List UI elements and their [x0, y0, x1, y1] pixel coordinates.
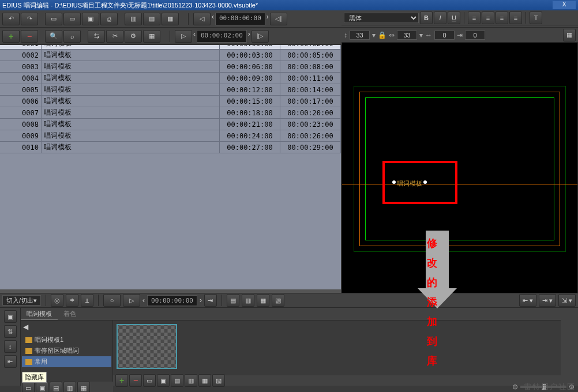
row-in-tc[interactable]: 00:00:24:00: [220, 130, 280, 141]
saveas-button[interactable]: ⎙: [100, 13, 118, 25]
open-button[interactable]: ▭: [63, 13, 81, 25]
row-text[interactable]: 唱词模板: [42, 119, 220, 130]
export-button[interactable]: ▤: [143, 13, 160, 25]
library-collapse-button[interactable]: ⇤: [4, 355, 17, 368]
row-in-tc[interactable]: 00:00:27:00: [220, 142, 280, 153]
find-button[interactable]: 🔍: [45, 30, 62, 43]
row-text[interactable]: 唱词模板: [42, 130, 220, 141]
row-in-tc[interactable]: 00:00:12:00: [220, 84, 280, 95]
table-row[interactable]: 0003唱词模板00:00:06:0000:00:08:00: [0, 61, 341, 73]
row-out-tc[interactable]: 00:00:26:00: [280, 130, 341, 141]
font-width-input[interactable]: [397, 31, 417, 40]
distribute2-button[interactable]: ⇥ ▾: [539, 294, 556, 307]
resize-handle[interactable]: [392, 180, 396, 184]
lib-btn6[interactable]: ▥: [185, 374, 197, 387]
font-size-input[interactable]: [350, 31, 370, 40]
add-button[interactable]: +: [2, 30, 20, 43]
play-button[interactable]: ▷: [175, 30, 192, 43]
play-button[interactable]: ▷: [123, 294, 140, 307]
row-in-tc[interactable]: 00:00:18:00: [220, 107, 280, 118]
row-out-tc[interactable]: 00:00:11:00: [280, 73, 341, 84]
table-row[interactable]: 0002唱词模板00:00:03:0000:00:05:00: [0, 50, 341, 61]
row-in-tc[interactable]: 00:00:21:00: [220, 119, 280, 130]
undo-button[interactable]: ↶: [2, 13, 20, 25]
table-row[interactable]: 0005唱词模板00:00:12:0000:00:14:00: [0, 84, 341, 96]
italic-button[interactable]: I: [434, 12, 446, 24]
row-out-tc[interactable]: 00:00:23:00: [280, 119, 341, 130]
align-right-button[interactable]: ≡: [496, 12, 508, 24]
close-button[interactable]: X: [553, 1, 576, 9]
new-button[interactable]: ▭: [45, 13, 62, 25]
underline-button[interactable]: U: [448, 12, 460, 24]
spacing-input[interactable]: [434, 31, 455, 40]
align-justify-button[interactable]: ≡: [509, 12, 522, 24]
tree-btn1[interactable]: ▭: [22, 382, 35, 392]
transport-timecode[interactable]: 00:00:00:00: [147, 295, 197, 306]
list-button[interactable]: ▦: [162, 13, 179, 25]
tree-btn4[interactable]: ▥: [63, 382, 76, 392]
bold-button[interactable]: B: [420, 12, 433, 24]
row-text[interactable]: 唱词模板: [42, 107, 220, 118]
kerning-input[interactable]: [465, 31, 485, 40]
lock-icon[interactable]: 🔒: [378, 31, 386, 39]
tree-item[interactable]: 带停留区域唱词: [22, 345, 111, 356]
lib-btn7[interactable]: ▦: [198, 374, 211, 387]
row-text[interactable]: 唱词模板: [42, 84, 220, 95]
table-row[interactable]: 0010唱词模板00:00:27:0000:00:29:00: [0, 142, 341, 153]
row-in-tc[interactable]: 00:00:15:00: [220, 96, 280, 107]
lib-btn8[interactable]: ▧: [212, 374, 225, 387]
row-in-tc[interactable]: 00:00:06:00: [220, 61, 280, 72]
lib-btn3[interactable]: ▭: [143, 374, 156, 387]
row-in-tc[interactable]: 00:00:09:00: [220, 73, 280, 84]
tree-collapse-icon[interactable]: ◀: [23, 323, 28, 331]
grid-button[interactable]: ▦: [143, 30, 160, 43]
row-out-tc[interactable]: 00:00:14:00: [280, 84, 341, 95]
tab-coloring[interactable]: 着色: [58, 308, 82, 320]
save-button[interactable]: ▣: [82, 13, 99, 25]
row-text[interactable]: 唱词模板: [42, 50, 220, 61]
tree-btn3[interactable]: ▤: [50, 382, 62, 392]
distribute1-button[interactable]: ⇤ ▾: [519, 294, 536, 307]
library-arrows-button[interactable]: ↕: [4, 340, 17, 353]
subtitle-text-object[interactable]: 唱词模板: [397, 179, 422, 188]
table-row[interactable]: 0009唱词模板00:00:24:0000:00:26:00: [0, 130, 341, 142]
row-out-tc[interactable]: 00:00:05:00: [280, 50, 341, 61]
template-thumbnail[interactable]: [117, 324, 177, 369]
tree-btn2[interactable]: ▣: [36, 382, 48, 392]
row-in-tc[interactable]: 00:00:03:00: [220, 50, 280, 61]
text-direction-button[interactable]: ▦: [563, 29, 576, 42]
import-button[interactable]: ▥: [125, 13, 142, 25]
transition-mode-select[interactable]: 切入/切出 ▾: [2, 295, 41, 306]
row-out-tc[interactable]: 00:00:20:00: [280, 107, 341, 118]
row-out-tc[interactable]: 00:00:29:00: [280, 142, 341, 153]
library-toggle-button[interactable]: ▣: [4, 310, 17, 323]
jump-out-button[interactable]: |▷: [252, 30, 269, 43]
sync-button[interactable]: ⇥: [204, 294, 217, 307]
merge-button[interactable]: ⇆: [88, 30, 105, 43]
lib-remove-button[interactable]: −: [129, 374, 142, 387]
distribute3-button[interactable]: ⇲ ▾: [558, 294, 576, 307]
timecode-in[interactable]: 00:00:00:00: [215, 13, 265, 25]
fx1-button[interactable]: ⫩: [66, 294, 78, 307]
align-center-button[interactable]: ≡: [482, 12, 494, 24]
table-row[interactable]: 0006唱词模板00:00:15:0000:00:17:00: [0, 96, 341, 107]
resize-handle[interactable]: [423, 180, 427, 184]
preview-canvas[interactable]: 唱词模板: [341, 28, 578, 299]
library-tree-button[interactable]: ⇅: [4, 325, 17, 338]
redo-button[interactable]: ↷: [21, 13, 38, 25]
table-row[interactable]: 0007唱词模板00:00:18:0000:00:20:00: [0, 107, 341, 119]
jump-in-button[interactable]: ◁|: [270, 13, 287, 25]
row-text[interactable]: 唱词模板: [42, 61, 220, 72]
tree-item[interactable]: 常用: [22, 356, 111, 367]
row-text[interactable]: 唱词模板: [42, 96, 220, 107]
layout1-button[interactable]: ▤: [227, 294, 239, 307]
tree-item[interactable]: 唱词模板1: [22, 334, 111, 345]
replace-button[interactable]: ⌕: [63, 30, 81, 43]
table-row[interactable]: 0004唱词模板00:00:09:0000:00:11:00: [0, 73, 341, 84]
row-out-tc[interactable]: 00:00:08:00: [280, 61, 341, 72]
lib-add-button[interactable]: +: [115, 374, 128, 387]
row-text[interactable]: 唱词模板: [42, 142, 220, 153]
row-out-tc[interactable]: 00:00:17:00: [280, 96, 341, 107]
row-text[interactable]: 唱词模板: [42, 73, 220, 84]
text-style-button[interactable]: T: [530, 12, 542, 24]
